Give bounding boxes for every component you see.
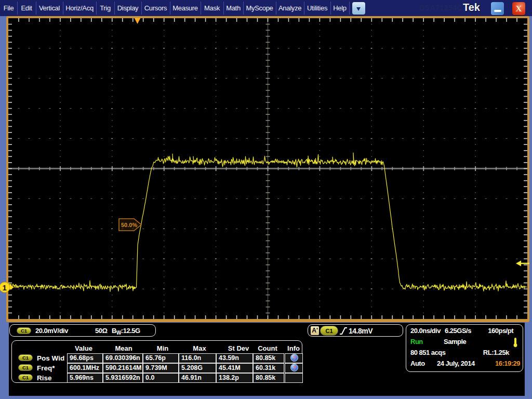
svg-text:1: 1: [3, 283, 7, 292]
svg-text:50.0%: 50.0%: [121, 222, 137, 228]
